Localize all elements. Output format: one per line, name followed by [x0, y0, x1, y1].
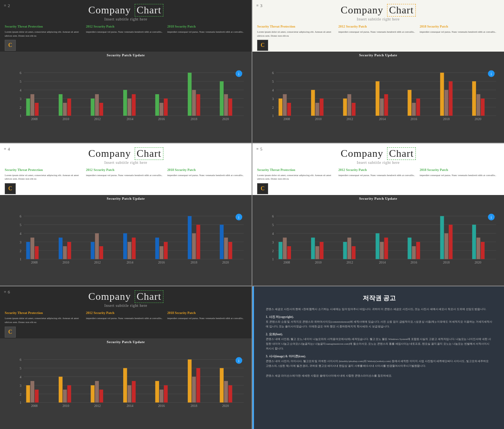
svg-rect-71 — [449, 82, 453, 116]
svg-rect-101 — [67, 242, 71, 259]
svg-rect-150 — [408, 238, 411, 259]
svg-rect-155 — [449, 225, 453, 259]
svg-text:2012: 2012 — [94, 260, 101, 264]
slide-5-heading-2: 2012 Security Patch — [86, 311, 165, 316]
svg-text:i: i — [238, 358, 239, 362]
slide-5-number: ≡ 6 — [4, 290, 10, 294]
slide-4-title: Company Chart — [341, 147, 415, 160]
svg-text:1: 1 — [20, 114, 21, 118]
svg-rect-72 — [472, 82, 476, 116]
svg-rect-30 — [220, 82, 224, 116]
svg-text:2: 2 — [272, 106, 274, 110]
svg-rect-99 — [59, 238, 63, 259]
svg-text:2012: 2012 — [346, 117, 353, 121]
slide-3-chart: Security Patch Update 6 5 4 3 2 1 — [0, 195, 252, 286]
svg-rect-107 — [132, 238, 136, 259]
svg-text:2016: 2016 — [158, 260, 165, 264]
svg-text:4: 4 — [272, 232, 274, 236]
logo-3: C — [5, 183, 16, 194]
svg-rect-31 — [224, 95, 228, 116]
svg-text:3: 3 — [20, 383, 21, 387]
slide-4-text-1: Lorem ipsum dolor sit amet, consectetur … — [257, 173, 337, 181]
hamburger-icon-3: ≡ — [4, 147, 6, 151]
svg-text:2008: 2008 — [31, 117, 38, 121]
slide-4-info: Security Threat Protection Lorem ipsum d… — [252, 166, 504, 182]
svg-text:2014: 2014 — [379, 260, 386, 264]
svg-rect-188 — [99, 390, 103, 403]
svg-text:2008: 2008 — [284, 260, 290, 264]
svg-rect-70 — [445, 90, 448, 116]
svg-text:2018: 2018 — [443, 117, 450, 121]
svg-text:2: 2 — [20, 392, 21, 396]
slide-1-subtitle: Insert subtitle right here — [104, 17, 147, 21]
slide-2-heading-3: 2018 Security Patch — [420, 24, 499, 29]
svg-text:2020: 2020 — [222, 403, 229, 407]
svg-text:2016: 2016 — [158, 403, 165, 407]
slide-3-heading-1: Security Threat Protection — [5, 168, 84, 173]
svg-rect-186 — [91, 385, 94, 403]
slide-3-chart-svg: 6 5 4 3 2 1 — [9, 203, 248, 272]
hamburger-icon-5: ≡ — [4, 290, 6, 294]
slide-2-header: ≡ 3 Company Chart Insert subtitle right … — [252, 0, 504, 23]
slide-5-info: Security Threat Protection Lorem ipsum d… — [0, 309, 252, 325]
slide-3-chart-inner: 6 5 4 3 2 1 — [0, 201, 252, 280]
slide-1-header: ≡ 2 Company Chart Insert subtitle right … — [0, 0, 252, 23]
svg-text:6: 6 — [20, 71, 21, 75]
svg-rect-97 — [30, 238, 34, 259]
slide-4-text-3: imperdiet consequat vel purus. Nunc vene… — [420, 173, 499, 177]
slide-2-heading-2: 2012 Security Patch — [338, 24, 418, 29]
svg-text:1: 1 — [20, 257, 21, 261]
svg-text:2: 2 — [20, 106, 21, 110]
slide-4-logo-area: C — [252, 182, 504, 195]
svg-text:2020: 2020 — [474, 117, 481, 121]
svg-text:4: 4 — [20, 88, 22, 92]
slide-4-section-3: 2018 Security Patch imperdiet consequat … — [420, 168, 499, 181]
slide-4-heading-2: 2012 Security Patch — [338, 168, 418, 173]
svg-rect-146 — [352, 246, 356, 259]
copyright-title: 저작권 공고 — [266, 294, 492, 303]
svg-rect-154 — [445, 233, 448, 259]
svg-rect-54 — [278, 98, 282, 116]
slide-2-number: ≡ 3 — [256, 3, 262, 8]
svg-rect-63 — [376, 82, 380, 116]
svg-rect-106 — [128, 242, 132, 259]
slide-3-text-1: Lorem ipsum dolor sit amet, consectetur … — [5, 173, 84, 181]
svg-rect-185 — [67, 385, 71, 403]
svg-rect-13 — [30, 95, 34, 116]
svg-rect-102 — [91, 242, 94, 259]
slide-5-heading-3: 2018 Security Patch — [167, 311, 247, 316]
slide-4-chart-inner: 6 5 4 3 2 1 — [252, 201, 504, 280]
slide-1-heading-2: 2012 Security Patch — [86, 24, 165, 29]
svg-text:i: i — [491, 215, 492, 219]
slide-3-number: ≡ 4 — [4, 147, 10, 151]
hamburger-icon: ≡ — [4, 4, 6, 7]
slide-2-chart: Security Patch Update 6 5 4 3 2 1 — [252, 52, 504, 142]
svg-rect-141 — [311, 238, 315, 259]
slide-4-subtitle: Insert subtitle right here — [357, 160, 400, 165]
svg-text:1: 1 — [272, 257, 274, 261]
slide-3-heading-2: 2012 Security Patch — [86, 168, 165, 173]
svg-rect-62 — [352, 103, 356, 116]
slide-1-text-2: imperdiet consequat vel purus. Nunc vene… — [86, 30, 165, 34]
slide-1-heading-1: Security Threat Protection — [5, 24, 84, 29]
slide-4-header: ≡ 5 Company Chart Insert subtitle right … — [252, 143, 504, 166]
slide-4-number: ≡ 5 — [256, 147, 262, 151]
slide-1-info: Security Threat Protection Lorem ipsum d… — [0, 23, 252, 39]
svg-rect-59 — [320, 98, 324, 116]
slide-4: ≡ 5 Company Chart Insert subtitle right … — [252, 143, 504, 286]
slide-5-section-2: 2012 Security Patch imperdiet consequat … — [86, 311, 165, 324]
logo-5: C — [5, 327, 16, 338]
svg-text:2012: 2012 — [346, 260, 353, 264]
slide-2-title: Company Chart — [341, 4, 415, 17]
svg-text:3: 3 — [20, 97, 21, 101]
slide-5-text-2: imperdiet consequat vel purus. Nunc vene… — [86, 316, 165, 320]
svg-rect-27 — [188, 73, 192, 116]
svg-rect-194 — [164, 385, 168, 403]
slide-2-text-2: imperdiet consequat vel purus. Nunc vene… — [338, 30, 418, 34]
slide-4-heading-1: Security Threat Protection — [257, 168, 337, 173]
slide-3-chart-title: Security Patch Update — [0, 195, 252, 201]
svg-text:2010: 2010 — [63, 260, 69, 264]
slide-4-heading-3: 2018 Security Patch — [420, 168, 499, 173]
svg-text:6: 6 — [20, 358, 21, 362]
svg-rect-149 — [384, 238, 388, 259]
